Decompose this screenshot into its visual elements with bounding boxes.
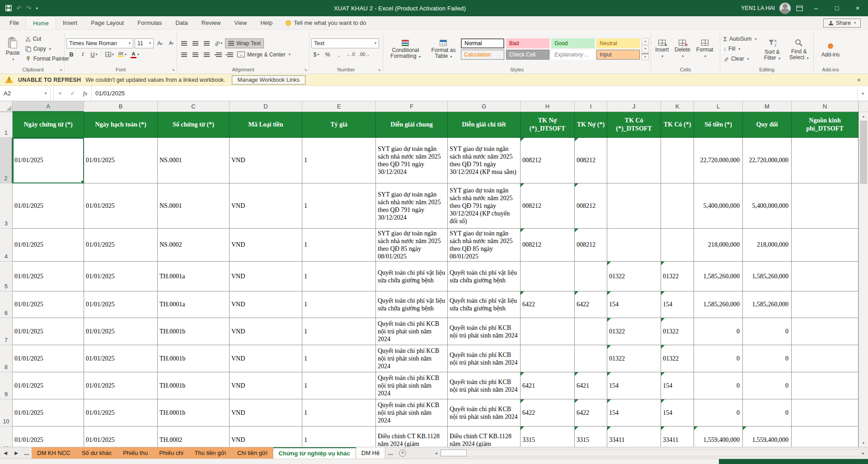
- cell-D2[interactable]: VND: [230, 138, 302, 183]
- sheet-tab-dm-he[interactable]: DM Hệ: [356, 447, 385, 459]
- cell-E3[interactable]: 1: [302, 183, 376, 229]
- row-header-7[interactable]: 7: [0, 318, 13, 345]
- delete-cells-button[interactable]: × Delete▾: [672, 38, 693, 59]
- cell-A10[interactable]: 01/01/2025: [13, 399, 84, 427]
- sheet-tab-phieu-chi[interactable]: Phiếu chi: [154, 447, 189, 459]
- cell-B10[interactable]: 01/01/2025: [84, 399, 158, 427]
- cell-I5[interactable]: [575, 262, 607, 291]
- tab-file[interactable]: File: [3, 16, 26, 29]
- row-header-4[interactable]: 4: [0, 229, 13, 262]
- cell-C6[interactable]: TH.0001a: [158, 291, 230, 318]
- cell-A11[interactable]: 01/01/2025: [13, 427, 84, 447]
- sheet-tab-phieu-thu[interactable]: Phiếu thu: [117, 447, 154, 459]
- cell-A3[interactable]: 01/01/2025: [13, 183, 84, 229]
- font-size-combo[interactable]: 11▾: [135, 38, 154, 48]
- cell-G9[interactable]: Quyết toán chi phí KCB nội trú phát sinh…: [448, 372, 521, 399]
- close-button[interactable]: ×: [847, 0, 868, 16]
- clipboard-dialog-launcher[interactable]: ↘: [59, 67, 62, 73]
- column-header-N[interactable]: N: [792, 101, 859, 112]
- cell-N11[interactable]: [792, 427, 859, 447]
- cell-J11[interactable]: 33411: [607, 427, 661, 447]
- align-center-button[interactable]: [190, 50, 200, 60]
- font-family-combo[interactable]: Times New Roman▾: [66, 38, 133, 48]
- cell-M4[interactable]: 218,000,000: [743, 229, 792, 262]
- cell-E8[interactable]: 1: [302, 345, 376, 372]
- align-middle-button[interactable]: [190, 38, 200, 48]
- cell-I3[interactable]: 008212: [575, 183, 607, 229]
- cell-M8[interactable]: 0: [743, 345, 792, 372]
- cell-C4[interactable]: NS.0002: [158, 229, 230, 262]
- cell-H6[interactable]: 6422: [521, 291, 575, 318]
- merge-center-button[interactable]: ↔Merge & Center▾: [236, 50, 292, 59]
- cell-H4[interactable]: 008212: [521, 229, 575, 262]
- tab-page-layout[interactable]: Page Layout: [84, 16, 131, 29]
- clear-button[interactable]: Clear▾: [722, 54, 758, 64]
- column-header-A[interactable]: A: [13, 101, 84, 112]
- hscroll-left-icon[interactable]: ◂: [432, 451, 441, 455]
- cell-E2[interactable]: 1: [302, 138, 376, 183]
- cell-B7[interactable]: 01/01/2025: [84, 318, 158, 345]
- message-bar-close-icon[interactable]: ×: [854, 76, 863, 84]
- cell-K10[interactable]: 154: [661, 399, 694, 427]
- customize-qat-icon[interactable]: ▾: [36, 6, 38, 10]
- cell-K11[interactable]: 33411: [661, 427, 694, 447]
- cell-B9[interactable]: 01/01/2025: [84, 372, 158, 399]
- formula-bar-expand-icon[interactable]: ▾: [857, 86, 868, 101]
- scroll-down-button[interactable]: ▾: [859, 439, 868, 447]
- manage-workbook-links-button[interactable]: Manage Workbook Links: [232, 75, 305, 84]
- cell-L6[interactable]: 1,585,260,000: [694, 291, 743, 318]
- cell-style-normal[interactable]: Normal: [461, 38, 504, 48]
- cell-L10[interactable]: 0: [694, 399, 743, 427]
- borders-button[interactable]: ▾: [104, 50, 115, 60]
- maximize-button[interactable]: □: [826, 0, 847, 16]
- cell-F3[interactable]: SYT giao dự toán ngân sách nhà nước năm …: [376, 183, 448, 229]
- tab-review[interactable]: Review: [195, 16, 228, 29]
- cell-L9[interactable]: 0: [694, 372, 743, 399]
- cell-E11[interactable]: 1: [302, 427, 376, 447]
- row-header-3[interactable]: 3: [0, 183, 13, 229]
- cell-A9[interactable]: 01/01/2025: [13, 372, 84, 399]
- cell-A8[interactable]: 01/01/2025: [13, 345, 84, 372]
- cell-H7[interactable]: [521, 318, 575, 345]
- decrease-decimal-button[interactable]: .00→: [357, 50, 371, 60]
- cell-F7[interactable]: Quyết toán chi phí KCB nội trú phát sinh…: [376, 318, 448, 345]
- cell-N6[interactable]: [792, 291, 859, 318]
- cell-N7[interactable]: [792, 318, 859, 345]
- insert-function-icon[interactable]: fx: [79, 86, 92, 101]
- cell-M6[interactable]: 1,585,260,000: [743, 291, 792, 318]
- grow-font-button[interactable]: A▴: [155, 38, 165, 48]
- cell-L11[interactable]: 1,559,400,000: [694, 427, 743, 447]
- column-header-D[interactable]: D: [230, 101, 302, 112]
- add-sheet-button[interactable]: +: [399, 450, 406, 457]
- cell-D1[interactable]: Mã Loại tiền: [230, 112, 302, 138]
- cell-B3[interactable]: 01/01/2025: [84, 183, 158, 229]
- column-header-G[interactable]: G: [448, 101, 521, 112]
- cell-L1[interactable]: Số tiền (*): [694, 112, 743, 138]
- cell-F4[interactable]: SYT giao dự toán ngân sách nhà nước năm …: [376, 229, 448, 262]
- cell-F2[interactable]: SYT giao dự toán ngân sách nhà nước năm …: [376, 138, 448, 183]
- sheet-tab-dm-kh-ncc[interactable]: DM KH NCC: [32, 447, 76, 459]
- cell-G1[interactable]: Diễn giải chi tiết: [448, 112, 521, 138]
- cell-J3[interactable]: [607, 183, 661, 229]
- wrap-text-button[interactable]: Wrap Text: [225, 38, 264, 48]
- cell-L8[interactable]: 0: [694, 345, 743, 372]
- number-format-combo[interactable]: Text▾: [311, 38, 379, 48]
- cell-style-neutral[interactable]: Neutral: [596, 38, 640, 48]
- cell-I8[interactable]: [575, 345, 607, 372]
- cell-C10[interactable]: TH.0001b: [158, 399, 230, 427]
- cell-A7[interactable]: 01/01/2025: [13, 318, 84, 345]
- cell-J4[interactable]: [607, 229, 661, 262]
- cell-I11[interactable]: 3315: [575, 427, 607, 447]
- cell-G11[interactable]: Điều chỉnh CT KB.1128 năm 2024 (giảm: [448, 427, 521, 447]
- fill-button[interactable]: ↓Fill▾: [722, 44, 758, 54]
- cell-I10[interactable]: 6422: [575, 399, 607, 427]
- cell-N4[interactable]: [792, 229, 859, 262]
- increase-indent-button[interactable]: ▸: [225, 50, 235, 60]
- cell-N8[interactable]: [792, 345, 859, 372]
- account-name[interactable]: YEN1 LA HAI: [741, 5, 775, 11]
- shrink-font-button[interactable]: A▾: [166, 38, 176, 48]
- cell-style-input[interactable]: Input: [596, 50, 640, 60]
- tell-me-box[interactable]: Tell me what you want to do: [286, 19, 366, 26]
- fill-color-button[interactable]: ▾: [117, 50, 128, 60]
- percent-style-button[interactable]: %: [323, 50, 333, 60]
